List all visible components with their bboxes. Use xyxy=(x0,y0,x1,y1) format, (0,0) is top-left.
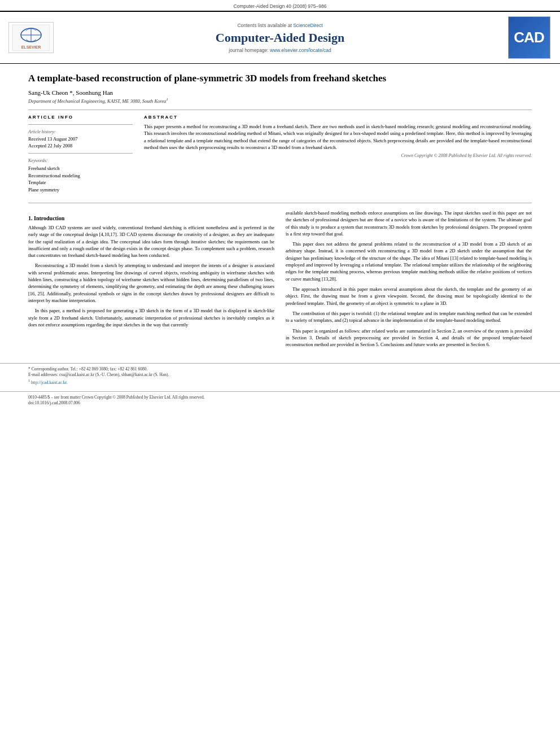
keywords-label: Keywords: xyxy=(28,158,133,163)
paper-title: A template-based reconstruction of plane… xyxy=(28,72,532,85)
intro-para-2: Reconstructing a 3D model from a sketch … xyxy=(28,262,274,304)
article-info-abstract: ARTICLE INFO Article history: Received 1… xyxy=(28,115,532,194)
footnote-corresponding: * Corresponding author. Tel.: +82 42 869… xyxy=(28,366,532,373)
elsevier-logo-block: ELSEVIER xyxy=(6,22,56,53)
homepage-url[interactable]: www.elsevier.com/locate/cad xyxy=(270,47,331,53)
right-para-4: The contribution of this paper is twofol… xyxy=(286,310,532,324)
article-info-heading: ARTICLE INFO xyxy=(28,115,133,120)
footnote-url-link[interactable]: http://jcad.kaist.ac.kr. xyxy=(31,379,68,385)
right-para-5: This paper is organized as follows: afte… xyxy=(286,327,532,348)
accepted-date: Accepted 22 July 2008 xyxy=(28,143,133,148)
journal-homepage: journal homepage: www.elsevier.com/locat… xyxy=(62,47,498,53)
right-para-2: This paper does not address the general … xyxy=(286,241,532,282)
authors: Sang-Uk Cheon *, Soonhung Han xyxy=(28,89,532,96)
footnote-section: * Corresponding author. Tel.: +82 42 869… xyxy=(0,363,560,388)
affiliation: Department of Mechanical Engineering, KA… xyxy=(28,97,532,104)
divider-1 xyxy=(28,110,532,110)
svg-text:ELSEVIER: ELSEVIER xyxy=(21,45,41,49)
body-columns: 1. Introduction Although 3D CAD systems … xyxy=(28,209,532,352)
divider-3 xyxy=(28,153,133,154)
keyword-1: Freehand sketch xyxy=(28,165,133,172)
footnote-url: 1 http://jcad.kaist.ac.kr. xyxy=(28,378,532,386)
journal-title: Computer-Aided Design xyxy=(62,30,498,45)
journal-header-center: Contents lists available at ScienceDirec… xyxy=(62,23,498,53)
intro-para-1: Although 3D CAD systems are used widely,… xyxy=(28,224,274,259)
sciencedirect-label: Contents lists available at ScienceDirec… xyxy=(62,23,498,28)
bottom-copyright: 0010-4485/$ – see front matter Crown Cop… xyxy=(28,395,532,401)
abstract-heading: ABSTRACT xyxy=(144,115,532,120)
elsevier-logo-image: ELSEVIER xyxy=(8,22,54,53)
footnote-email: E-mail addresses: csu@icad.kaist.ac.kr (… xyxy=(28,372,532,378)
cad-logo-image: CAD xyxy=(508,16,550,59)
sciencedirect-link[interactable]: ScienceDirect xyxy=(293,23,322,28)
keyword-3: Template xyxy=(28,179,133,186)
body-left-col: 1. Introduction Although 3D CAD systems … xyxy=(28,209,274,352)
cad-logo-block: CAD xyxy=(504,16,554,59)
keyword-4: Plane symmetry xyxy=(28,186,133,194)
main-content: A template-based reconstruction of plane… xyxy=(0,64,560,199)
journal-header: ELSEVIER Contents lists available at Sci… xyxy=(0,11,560,64)
keyword-2: Reconstructional modeling xyxy=(28,172,133,180)
intro-para-3: In this paper, a method is proposed for … xyxy=(28,307,274,328)
article-info-col: ARTICLE INFO Article history: Received 1… xyxy=(28,115,133,194)
body-right-col: available sketch-based modeling methods … xyxy=(286,209,532,352)
divider-main xyxy=(28,203,532,203)
received-date: Received 13 August 2007 xyxy=(28,136,133,142)
right-para-1: available sketch-based modeling methods … xyxy=(286,209,532,237)
abstract-text: This paper presents a method for reconst… xyxy=(144,123,532,151)
cad-logo-text: CAD xyxy=(514,29,544,46)
bottom-doi: doi:10.1016/j.cad.2008.07.006 xyxy=(28,400,532,407)
journal-info: Computer-Aided Design 40 (2008) 975–986 xyxy=(0,0,560,11)
right-para-3: The approach introduced in this paper ma… xyxy=(286,286,532,307)
abstract-col: ABSTRACT This paper presents a method fo… xyxy=(144,115,532,194)
intro-title: 1. Introduction xyxy=(28,215,274,221)
body-section: 1. Introduction Although 3D CAD systems … xyxy=(0,207,560,357)
intro-text: Although 3D CAD systems are used widely,… xyxy=(28,224,274,328)
copyright: Crown Copyright © 2008 Published by Else… xyxy=(144,153,532,158)
bottom-info: 0010-4485/$ – see front matter Crown Cop… xyxy=(0,391,560,409)
right-text: available sketch-based modeling methods … xyxy=(286,209,532,348)
divider-2 xyxy=(28,124,133,125)
history-label: Article history: xyxy=(28,129,133,134)
